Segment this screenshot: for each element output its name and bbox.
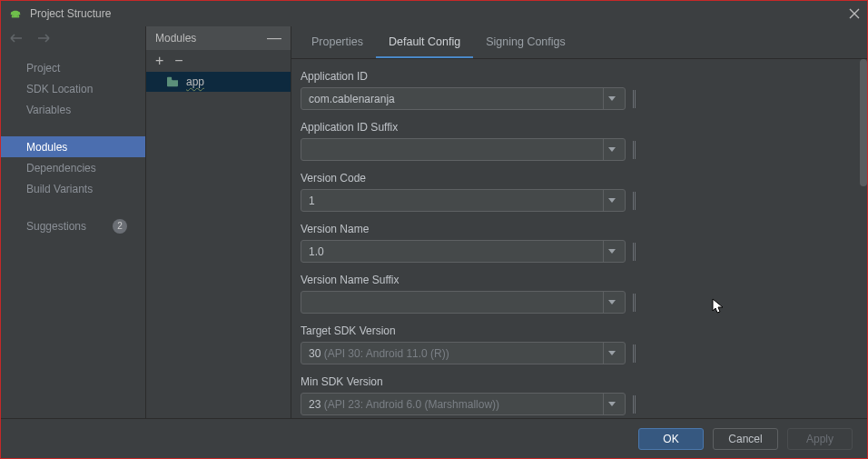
drag-handle[interactable] [633,90,636,108]
drag-handle[interactable] [633,395,636,414]
input-min-sdk[interactable]: 23 (API 23: Android 6.0 (Marshmallow)) [301,393,626,415]
input-version-code[interactable]: 1 [301,189,626,212]
module-row-app[interactable]: app [146,72,291,92]
project-structure-window: Project Structure Project SDK Location V… [0,0,868,459]
dialog-footer: OK Cancel Apply [1,418,867,458]
label-version-name: Version Name [301,223,849,235]
drag-handle[interactable] [633,192,636,210]
add-module-icon[interactable]: + [155,54,163,68]
input-application-id-suffix[interactable] [301,138,626,161]
chevron-down-icon[interactable] [603,88,619,109]
label-target-sdk: Target SDK Version [301,324,849,337]
chevron-down-icon[interactable] [603,292,619,313]
label-min-sdk: Min SDK Version [301,375,849,388]
nav-item-project[interactable]: Project [1,57,145,78]
label-application-id: Application ID [301,70,849,83]
input-application-id[interactable]: com.cablenaranja [301,87,626,110]
cancel-button[interactable]: Cancel [713,428,778,450]
drag-handle[interactable] [633,294,636,312]
nav-label: SDK Location [26,83,93,95]
nav-label: Suggestions [26,220,86,233]
svg-rect-0 [167,77,172,80]
label-version-code: Version Code [301,172,849,185]
nav-item-sdk-location[interactable]: SDK Location [1,78,145,99]
remove-module-icon[interactable]: − [174,54,182,68]
tabs: Properties Default Config Signing Config… [291,26,867,59]
modules-header: Modules — [146,26,291,50]
ok-button[interactable]: OK [638,428,704,450]
nav-list: Project SDK Location Variables Modules D… [1,50,145,236]
tab-default-config[interactable]: Default Config [376,28,473,58]
nav-item-modules[interactable]: Modules [1,136,145,157]
drag-handle[interactable] [633,344,636,363]
label-application-id-suffix: Application ID Suffix [301,121,849,134]
nav-arrows [1,26,145,50]
tab-properties[interactable]: Properties [299,28,376,58]
suggestions-badge: 2 [113,219,127,234]
nav-item-variables[interactable]: Variables [1,99,145,120]
modules-toolbar: + − [146,50,291,72]
left-panel: Project SDK Location Variables Modules D… [1,26,146,418]
drag-handle[interactable] [633,243,636,261]
minimize-icon[interactable]: — [267,30,281,46]
window-title: Project Structure [30,7,111,20]
titlebar: Project Structure [1,1,867,26]
chevron-down-icon[interactable] [603,241,619,262]
folder-icon [166,76,179,87]
nav-label: Variables [26,104,71,116]
nav-label: Project [26,62,60,75]
modules-header-label: Modules [155,32,196,45]
input-version-name[interactable]: 1.0 [301,240,626,263]
default-config-form: Application ID com.cablenaranja Applicat… [291,59,867,418]
android-icon [8,6,23,21]
close-icon[interactable] [849,8,860,19]
nav-label: Modules [26,141,67,154]
detail-panel: Properties Default Config Signing Config… [291,26,867,418]
nav-item-build-variants[interactable]: Build Variants [1,178,145,199]
label-version-name-suffix: Version Name Suffix [301,274,849,286]
chevron-down-icon[interactable] [603,394,619,414]
nav-item-suggestions[interactable]: Suggestions 2 [1,215,145,236]
apply-button: Apply [787,428,853,450]
input-target-sdk[interactable]: 30 (API 30: Android 11.0 (R)) [301,342,626,364]
nav-label: Build Variants [26,183,93,195]
modules-panel: Modules — + − app [146,26,291,418]
forward-icon[interactable] [37,34,50,43]
chevron-down-icon[interactable] [603,139,619,160]
nav-label: Dependencies [26,162,96,175]
module-label: app [186,75,204,88]
drag-handle[interactable] [633,141,636,159]
chevron-down-icon[interactable] [603,190,619,211]
nav-item-dependencies[interactable]: Dependencies [1,157,145,178]
back-icon[interactable] [10,34,23,43]
chevron-down-icon[interactable] [603,343,619,364]
tab-signing-configs[interactable]: Signing Configs [473,28,578,58]
input-version-name-suffix[interactable] [301,291,626,314]
